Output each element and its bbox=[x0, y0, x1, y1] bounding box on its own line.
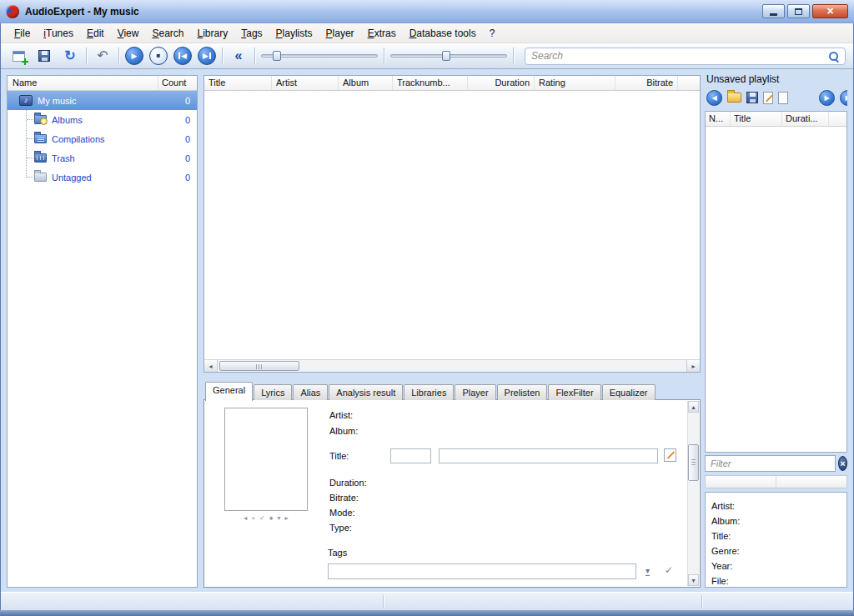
column-header-tracknumber[interactable]: Tracknumb... bbox=[393, 76, 468, 90]
seek-slider-thumb[interactable] bbox=[442, 51, 450, 61]
art-dot-icon[interactable]: ● bbox=[269, 514, 274, 522]
playlist-toolbar: ◀ ▶ ▶ bbox=[706, 88, 847, 108]
column-header-bitrate[interactable]: Bitrate bbox=[615, 76, 678, 90]
playlist-back-button[interactable]: ◀ bbox=[706, 90, 722, 106]
filter-input[interactable] bbox=[705, 455, 836, 472]
scroll-right-button[interactable]: ▸ bbox=[686, 360, 700, 372]
playlist-column-filler bbox=[829, 112, 846, 126]
menu-playlists[interactable]: Playlists bbox=[269, 25, 319, 42]
play-button[interactable]: ▶ bbox=[125, 47, 143, 65]
art-down-icon[interactable]: ▾ bbox=[278, 514, 281, 522]
horizontal-scrollbar[interactable]: ◂ ▸ bbox=[204, 359, 700, 372]
minimize-button[interactable] bbox=[762, 4, 785, 18]
sidebar-item-compilations[interactable]: Compilations 0 bbox=[8, 129, 197, 148]
maximize-button[interactable] bbox=[787, 4, 810, 18]
tab-alias[interactable]: Alias bbox=[293, 384, 328, 400]
vertical-scrollbar-thumb[interactable] bbox=[688, 444, 699, 481]
playlist-column-title[interactable]: Title bbox=[731, 112, 782, 126]
menu-tags[interactable]: Tags bbox=[234, 25, 269, 42]
tags-apply-icon[interactable]: ✓ bbox=[665, 564, 673, 576]
toolbar-separator bbox=[86, 48, 87, 64]
menu-extras[interactable]: Extras bbox=[361, 25, 403, 42]
sidebar-name-column-header[interactable]: Name bbox=[8, 76, 158, 90]
sidebar-count-column-header[interactable]: Count bbox=[158, 76, 197, 90]
save-button[interactable] bbox=[34, 46, 54, 66]
tab-player[interactable]: Player bbox=[455, 384, 495, 400]
close-button[interactable]: × bbox=[812, 4, 848, 18]
stop-button[interactable]: ■ bbox=[149, 47, 168, 65]
clear-filter-button[interactable]: × bbox=[838, 456, 847, 471]
title-input[interactable] bbox=[439, 448, 658, 463]
menu-file[interactable]: File bbox=[8, 25, 37, 42]
playlist-column-duration[interactable]: Durati... bbox=[782, 112, 829, 126]
sidebar-item-untagged[interactable]: Untagged 0 bbox=[8, 168, 197, 187]
album-art-placeholder[interactable] bbox=[224, 408, 308, 511]
sidebar-item-albums[interactable]: Albums 0 bbox=[8, 110, 197, 129]
column-header-artist[interactable]: Artist bbox=[272, 76, 339, 90]
search-input[interactable] bbox=[531, 50, 828, 62]
sidebar-item-trash[interactable]: Trash 0 bbox=[8, 148, 197, 168]
track-table-header: Title Artist Album Tracknumb... Duration… bbox=[204, 76, 700, 91]
tab-equalizer[interactable]: Equalizer bbox=[602, 384, 656, 400]
tab-flexfilter[interactable]: FlexFilter bbox=[548, 384, 600, 400]
column-header-album[interactable]: Album bbox=[339, 76, 393, 90]
horizontal-scrollbar-thumb[interactable] bbox=[219, 361, 299, 371]
vertical-scrollbar[interactable]: ▴ ▾ bbox=[687, 401, 699, 586]
menu-player[interactable]: Player bbox=[319, 25, 361, 42]
album-art-nav: ◂ × ✓ ● ▾ ▸ bbox=[224, 514, 308, 522]
edit-title-icon[interactable] bbox=[664, 448, 676, 462]
undo-button[interactable]: ↶ bbox=[93, 46, 113, 66]
menu-edit[interactable]: Edit bbox=[80, 25, 111, 42]
playlist-play-button[interactable]: ▶ bbox=[819, 90, 835, 106]
minimize-icon bbox=[770, 13, 777, 16]
search-icon[interactable] bbox=[828, 51, 839, 62]
playlist-more-button[interactable]: ▶ bbox=[840, 90, 847, 106]
menu-library[interactable]: Library bbox=[191, 25, 235, 42]
column-header-title[interactable]: Title bbox=[204, 76, 272, 90]
tab-analysis-result[interactable]: Analysis result bbox=[329, 384, 403, 400]
track-table: Title Artist Album Tracknumb... Duration… bbox=[203, 75, 701, 373]
title-number-input[interactable] bbox=[390, 448, 431, 463]
next-icon: ▶ bbox=[203, 53, 208, 60]
column-header-duration[interactable]: Duration bbox=[468, 76, 535, 90]
column-header-rating[interactable]: Rating bbox=[535, 76, 615, 90]
edit-playlist-icon[interactable] bbox=[763, 92, 773, 104]
volume-slider[interactable] bbox=[261, 48, 378, 63]
menu-help[interactable]: ? bbox=[483, 25, 502, 42]
art-apply-icon[interactable]: ✓ bbox=[259, 514, 265, 522]
save-playlist-icon[interactable] bbox=[746, 92, 758, 103]
back-icon: ◀ bbox=[711, 94, 716, 102]
playlist-column-number[interactable]: N... bbox=[706, 112, 731, 126]
playlist-empty-area[interactable] bbox=[706, 127, 846, 452]
next-track-button[interactable]: ▶ bbox=[198, 47, 216, 65]
play-icon: ▶ bbox=[824, 94, 829, 102]
art-next-icon[interactable]: ▸ bbox=[285, 514, 289, 522]
menu-search[interactable]: Search bbox=[145, 25, 190, 42]
stop-icon: ■ bbox=[157, 53, 161, 59]
scroll-left-button[interactable]: ◂ bbox=[204, 360, 218, 372]
new-playlist-icon[interactable] bbox=[778, 92, 788, 104]
menu-database-tools[interactable]: Database tools bbox=[403, 25, 483, 42]
tab-libraries[interactable]: Libraries bbox=[404, 384, 454, 400]
tags-dropdown-icon[interactable]: ▾ bbox=[646, 566, 650, 576]
scroll-up-button[interactable]: ▴ bbox=[688, 401, 699, 413]
open-playlist-icon[interactable] bbox=[727, 93, 741, 103]
volume-slider-thumb[interactable] bbox=[273, 51, 281, 61]
tab-prelisten[interactable]: Prelisten bbox=[497, 384, 548, 400]
import-button[interactable] bbox=[8, 46, 28, 66]
collapse-panel-button[interactable]: « bbox=[229, 46, 249, 66]
tab-lyrics[interactable]: Lyrics bbox=[254, 384, 292, 400]
track-list-empty-area[interactable] bbox=[204, 91, 700, 359]
refresh-button[interactable]: ↻ bbox=[60, 46, 80, 66]
art-prev-icon[interactable]: ◂ bbox=[244, 514, 247, 522]
sidebar-item-my-music[interactable]: ♪ My music 0 bbox=[8, 91, 197, 110]
seek-slider[interactable] bbox=[390, 48, 507, 63]
scroll-down-button[interactable]: ▾ bbox=[688, 574, 699, 586]
previous-track-button[interactable]: ◀ bbox=[173, 47, 192, 65]
tags-label: Tags bbox=[328, 548, 347, 558]
menu-itunes[interactable]: iTunes bbox=[37, 25, 80, 42]
tab-general[interactable]: General bbox=[205, 382, 253, 401]
menu-view[interactable]: View bbox=[111, 25, 146, 42]
tags-input[interactable] bbox=[328, 563, 636, 579]
art-delete-icon[interactable]: × bbox=[251, 514, 255, 522]
